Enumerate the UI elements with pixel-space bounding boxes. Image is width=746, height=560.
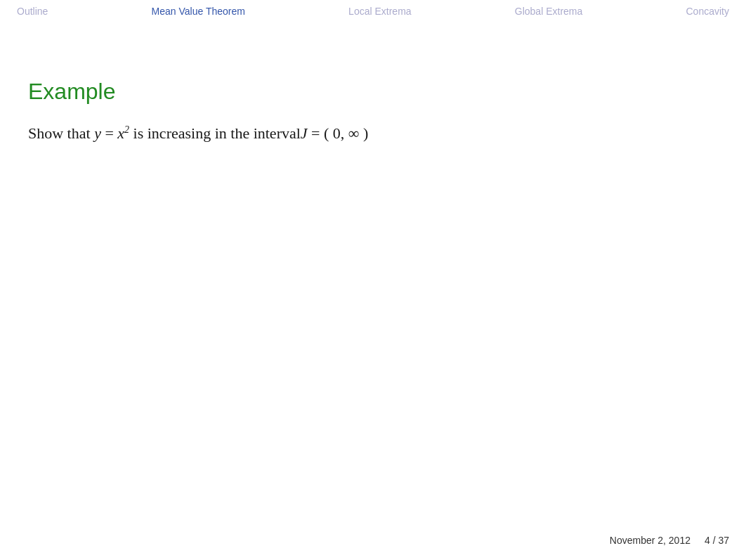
nav-item-global-extrema[interactable]: Global Extrema bbox=[515, 6, 582, 17]
nav-item-concavity[interactable]: Concavity bbox=[686, 6, 728, 17]
section-title: Example bbox=[28, 79, 718, 105]
nav-item-mean-value[interactable]: Mean Value Theorem bbox=[152, 6, 245, 17]
problem-middle: is increasing in the interval bbox=[129, 124, 301, 142]
var-J: J bbox=[301, 124, 308, 142]
navigation-bar: Outline Mean Value Theorem Local Extrema… bbox=[0, 0, 746, 22]
eq-sign: = bbox=[101, 124, 117, 142]
problem-prefix: Show that bbox=[28, 124, 94, 142]
slide-footer: November 2, 2012 4 / 37 bbox=[610, 535, 729, 546]
var-y: y bbox=[94, 124, 101, 142]
nav-item-local-extrema[interactable]: Local Extrema bbox=[348, 6, 411, 17]
var-x: x bbox=[117, 124, 124, 142]
slide-date: November 2, 2012 bbox=[610, 535, 691, 546]
problem-suffix: = ( 0, ∞ ) bbox=[308, 124, 369, 142]
slide-number: 4 / 37 bbox=[705, 535, 729, 546]
problem-statement: Show that y = x2 is increasing in the in… bbox=[28, 122, 718, 145]
main-content: Example Show that y = x2 is increasing i… bbox=[0, 22, 746, 173]
nav-item-outline[interactable]: Outline bbox=[17, 6, 48, 17]
